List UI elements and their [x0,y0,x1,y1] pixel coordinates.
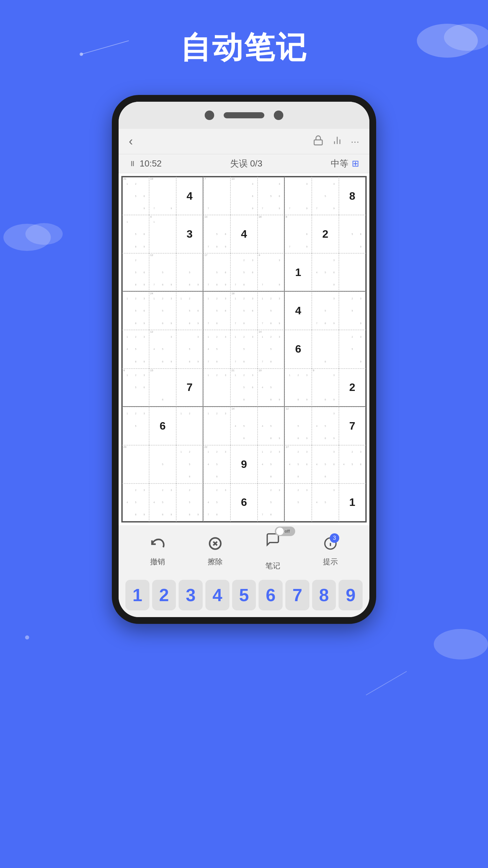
cell-r2-c4[interactable]: 1356789 [203,215,230,253]
cell-r7-c5[interactable]: 14458 [230,407,258,445]
cell-r5-c5[interactable]: 123578 [230,330,258,368]
cell-r8-c3[interactable]: 1258 [176,445,203,484]
cell-r3-c1[interactable]: 25689 [122,253,149,292]
cell-r5-c1[interactable]: 1234589 [122,330,149,368]
cell-r3-c4[interactable]: 1756789 [203,253,230,292]
hint-button[interactable]: 3 提示 [323,536,338,567]
cell-r2-c7[interactable]: 8679 [285,215,312,253]
cell-r4-c2[interactable]: 24123589 [149,292,176,330]
cell-r6-c8[interactable]: 9389 [312,369,339,407]
cell-r7-c9[interactable]: 7 [339,407,366,445]
notes-toggle[interactable]: off [275,527,295,536]
cell-r6-c1[interactable]: 812356 [122,369,149,407]
cell-r6-c2[interactable]: 158 [149,369,176,407]
cell-r7-c1[interactable]: 1235 [122,407,149,445]
cell-r2-c2[interactable]: 41 [149,215,176,253]
cell-r8-c1[interactable]: 29 [122,445,149,484]
cell-r5-c6[interactable]: 14123578 [258,330,285,368]
cell-r8-c7[interactable]: 17234568 [285,445,312,484]
num-btn-3[interactable]: 3 [179,580,203,610]
cell-r6-c7[interactable]: 12389 [285,369,312,407]
cell-r8-c9[interactable]: 23456 [339,445,366,484]
cell-r8-c8[interactable]: 34568 [312,445,339,484]
cell-r4-c6[interactable]: 1235789 [258,292,285,330]
more-icon[interactable]: ··· [351,136,359,147]
cell-r2-c5[interactable]: 4 [230,215,258,253]
cell-r1-c6[interactable]: 35679 [258,177,285,215]
cell-r2-c9[interactable]: 569 [339,215,366,253]
cell-r6-c9[interactable]: 2 [339,369,366,407]
cell-r2-c6[interactable]: 16 [258,215,285,253]
cell-r1-c7[interactable]: 379 [285,177,312,215]
grid-view-icon[interactable]: ⊞ [352,158,359,169]
cell-r7-c4[interactable]: 123 [203,407,230,445]
cell-r5-c8[interactable]: 8 [312,330,339,368]
cell-r2-c1[interactable]: 15689 [122,215,149,253]
cell-r2-c3[interactable]: 3 [176,215,203,253]
cell-r1-c3[interactable]: 4 [176,177,203,215]
cell-r4-c5[interactable]: 181235678 [230,292,258,330]
cell-r3-c7[interactable]: 1 [285,253,312,292]
cell-r4-c7[interactable]: 4 [285,292,312,330]
cell-r9-c2[interactable]: 234589 [149,484,176,522]
cell-r3-c2[interactable]: 125789 [149,253,176,292]
cell-r4-c1[interactable]: 1235689 [122,292,149,330]
chart-icon[interactable] [332,135,343,148]
num-btn-5[interactable]: 5 [232,580,256,610]
cell-r7-c2[interactable]: 6 [149,407,176,445]
cell-r1-c8[interactable]: 3579 [312,177,339,215]
cell-r2-c8[interactable]: 2 [312,215,339,253]
cell-r3-c5[interactable]: 235678 [230,253,258,292]
cell-r1-c1[interactable]: 2112569 [122,177,149,215]
cell-r9-c6[interactable]: 23578 [258,484,285,522]
cell-r1-c9[interactable]: 8 [339,177,366,215]
cell-r6-c3[interactable]: 7 [176,369,203,407]
back-button[interactable]: ‹ [129,134,133,149]
cell-r8-c2[interactable]: 5 [149,445,176,484]
cell-r4-c3[interactable]: 125689 [176,292,203,330]
cell-r9-c8[interactable]: 345 [312,484,339,522]
cell-r9-c4[interactable]: 234578 [203,484,230,522]
cell-r6-c6[interactable]: 104589 [258,369,285,407]
cell-r5-c4[interactable]: 1234578 [203,330,230,368]
cell-r3-c9[interactable] [339,253,366,292]
cell-r9-c7[interactable]: 235 [285,484,312,522]
cell-r4-c8[interactable]: 35789 [312,292,339,330]
cell-r3-c6[interactable]: 4379 [258,253,285,292]
num-btn-9[interactable]: 9 [339,580,363,610]
cell-r9-c5[interactable]: 6 [230,484,258,522]
num-btn-1[interactable]: 1 [125,580,149,610]
lock-icon[interactable] [313,135,324,148]
cell-r5-c3[interactable]: 3589 [176,330,203,368]
num-btn-7[interactable]: 7 [285,580,309,610]
cell-r7-c8[interactable]: 34589 [312,407,339,445]
num-btn-6[interactable]: 6 [259,580,283,610]
cell-r7-c3[interactable]: 12 [176,407,203,445]
cell-r5-c2[interactable]: 1234589 [149,330,176,368]
cell-r9-c1[interactable]: 234589 [122,484,149,522]
cell-r8-c4[interactable]: 22123458 [203,445,230,484]
num-btn-2[interactable]: 2 [152,580,176,610]
cell-r6-c4[interactable]: 123 [203,369,230,407]
cell-r5-c7[interactable]: 6 [285,330,312,368]
cell-r9-c3[interactable]: 2589 [176,484,203,522]
cell-r5-c9[interactable]: 2359 [339,330,366,368]
cell-r8-c5[interactable]: 9 [230,445,258,484]
cell-r9-c9[interactable]: 1 [339,484,366,522]
sudoku-grid[interactable]: 2112569197947713369356793793579815689413… [121,176,367,522]
notes-button[interactable]: off 笔记 [265,532,280,571]
cell-r6-c5[interactable]: 21123568 [230,369,258,407]
num-btn-4[interactable]: 4 [205,580,229,610]
pause-button[interactable]: ⏸ [129,159,136,168]
cell-r8-c6[interactable]: 123458 [258,445,285,484]
num-btn-8[interactable]: 8 [312,580,336,610]
cell-r4-c4[interactable]: 1235678 [203,292,230,330]
cell-r1-c4[interactable]: 77 [203,177,230,215]
erase-button[interactable]: 擦除 [208,536,223,567]
cell-r7-c6[interactable]: 4589 [258,407,285,445]
undo-button[interactable]: 撤销 [150,536,165,567]
cell-r7-c7[interactable]: 12589 [285,407,312,445]
cell-r1-c5[interactable]: 13369 [230,177,258,215]
cell-r1-c2[interactable]: 1979 [149,177,176,215]
cell-r3-c8[interactable]: 34569 [312,253,339,292]
